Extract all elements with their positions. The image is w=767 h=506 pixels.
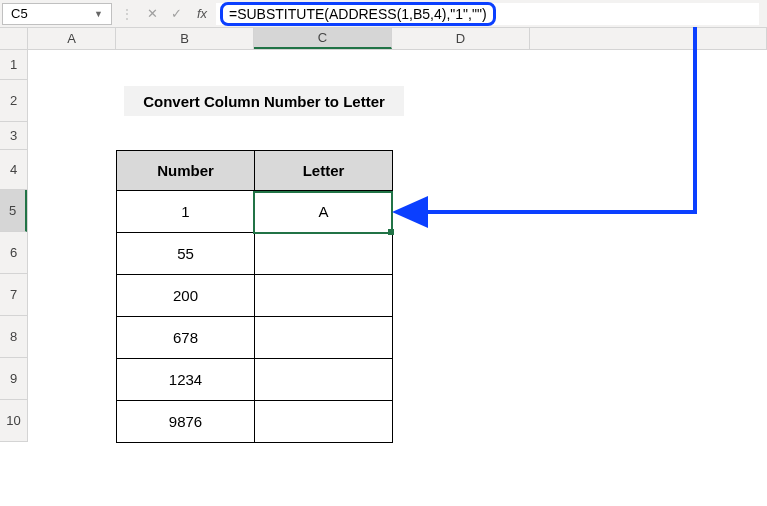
enter-icon[interactable]: ✓ (164, 6, 188, 21)
header-letter[interactable]: Letter (255, 151, 393, 191)
cell-b9[interactable]: 1234 (117, 359, 255, 401)
cell-c9[interactable] (255, 359, 393, 401)
row-header-6[interactable]: 6 (0, 232, 27, 274)
cell-c6[interactable] (255, 233, 393, 275)
column-headers: A B C D (0, 28, 767, 50)
table-header-row: Number Letter (117, 151, 393, 191)
page-title: Convert Column Number to Letter (124, 86, 404, 116)
row-header-10[interactable]: 10 (0, 400, 27, 442)
cell-c7[interactable] (255, 275, 393, 317)
header-number[interactable]: Number (117, 151, 255, 191)
table-row: 200 (117, 275, 393, 317)
cell-c10[interactable] (255, 401, 393, 443)
row-header-9[interactable]: 9 (0, 358, 27, 400)
table-row: 9876 (117, 401, 393, 443)
cell-b8[interactable]: 678 (117, 317, 255, 359)
cell-b6[interactable]: 55 (117, 233, 255, 275)
row-header-8[interactable]: 8 (0, 316, 27, 358)
col-header-rest[interactable] (530, 28, 767, 49)
row-header-1[interactable]: 1 (0, 50, 27, 80)
table-row: 1234 (117, 359, 393, 401)
col-header-a[interactable]: A (28, 28, 116, 49)
table-row: 1 A (117, 191, 393, 233)
cell-b5[interactable]: 1 (117, 191, 255, 233)
col-header-d[interactable]: D (392, 28, 530, 49)
cell-c8[interactable] (255, 317, 393, 359)
name-box-value: C5 (11, 6, 28, 21)
dropdown-icon[interactable]: ▼ (94, 9, 103, 19)
name-box[interactable]: C5 ▼ (2, 3, 112, 25)
data-table: Number Letter 1 A 55 200 678 1234 (116, 150, 393, 443)
row-header-4[interactable]: 4 (0, 150, 27, 190)
cell-c5[interactable]: A (255, 191, 393, 233)
fx-icon[interactable]: fx (188, 6, 216, 21)
formula-bar-row: C5 ▼ ⋮ ✕ ✓ fx =SUBSTITUTE(ADDRESS(1,B5,4… (0, 0, 767, 28)
table-row: 55 (117, 233, 393, 275)
row-header-7[interactable]: 7 (0, 274, 27, 316)
col-header-c[interactable]: C (254, 28, 392, 49)
row-header-3[interactable]: 3 (0, 122, 27, 150)
table-row: 678 (117, 317, 393, 359)
row-header-5[interactable]: 5 (0, 190, 27, 232)
cell-b7[interactable]: 200 (117, 275, 255, 317)
row-headers: 1 2 3 4 5 6 7 8 9 10 (0, 50, 28, 442)
select-all-corner[interactable] (0, 28, 28, 49)
cell-b10[interactable]: 9876 (117, 401, 255, 443)
row-header-2[interactable]: 2 (0, 80, 27, 122)
separator: ⋮ (114, 7, 140, 21)
col-header-b[interactable]: B (116, 28, 254, 49)
grid: 1 2 3 4 5 6 7 8 9 10 Convert Column Numb… (0, 50, 767, 442)
formula-text: =SUBSTITUTE(ADDRESS(1,B5,4),"1","") (220, 2, 496, 26)
cells-area[interactable]: Convert Column Number to Letter Number L… (28, 50, 767, 442)
cancel-icon[interactable]: ✕ (140, 6, 164, 21)
formula-bar[interactable]: =SUBSTITUTE(ADDRESS(1,B5,4),"1","") (216, 3, 759, 25)
